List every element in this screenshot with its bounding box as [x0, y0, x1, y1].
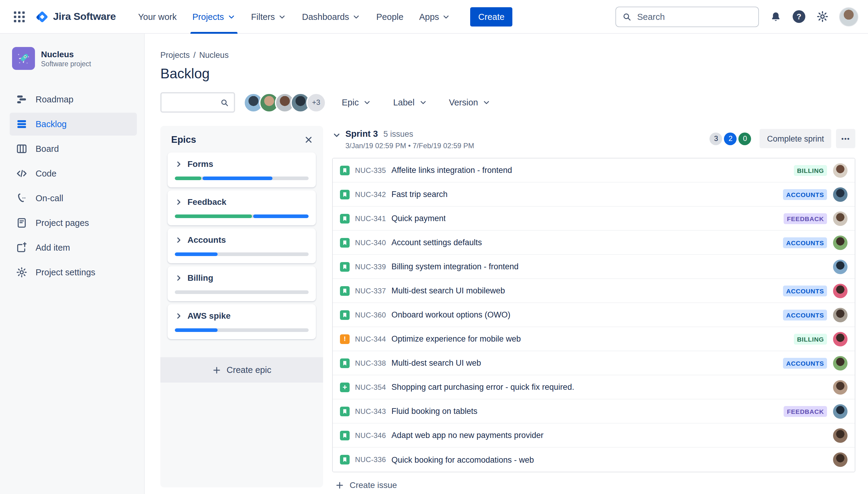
issue-row-nuc-340[interactable]: NUC-340Account settings defaultsACCOUNTS	[333, 231, 855, 255]
complete-sprint-button[interactable]: Complete sprint	[760, 129, 831, 148]
assignee-avatar[interactable]	[833, 404, 848, 418]
backlog-search[interactable]	[160, 92, 235, 113]
sidebar-item-project-settings[interactable]: Project settings	[10, 261, 137, 284]
issue-row-right	[833, 380, 848, 394]
epic-card-forms[interactable]: Forms	[168, 152, 316, 187]
help-icon[interactable]: ?	[793, 10, 805, 23]
issue-row-nuc-343[interactable]: NUC-343Fluid booking on tabletsFEEDBACK	[333, 399, 855, 423]
top-nav-menu: Your workProjectsFiltersDashboardsPeople…	[130, 0, 458, 34]
filter-dropdown-epic[interactable]: Epic	[342, 98, 371, 107]
chevron-right-icon[interactable]	[175, 274, 183, 282]
issue-row-nuc-339[interactable]: NUC-339Billing system integration - fron…	[333, 255, 855, 279]
chevron-right-icon[interactable]	[175, 198, 183, 206]
global-search-input[interactable]	[636, 11, 752, 22]
dropdown-label: Version	[449, 98, 478, 107]
chevron-right-icon[interactable]	[175, 312, 183, 320]
issue-row-nuc-344[interactable]: !NUC-344Optimize experience for mobile w…	[333, 327, 855, 351]
assignee-avatar[interactable]	[833, 356, 848, 370]
story-icon	[340, 189, 350, 199]
epic-card-billing[interactable]: Billing	[168, 266, 316, 301]
sidebar-item-roadmap[interactable]: Roadmap	[10, 88, 137, 111]
board-icon	[16, 143, 28, 155]
issue-title: Billing system integration - frontend	[391, 262, 519, 271]
nav-item-filters[interactable]: Filters	[243, 0, 294, 34]
issue-row-right: ACCOUNTS	[783, 235, 848, 250]
assignee-avatar[interactable]	[833, 235, 848, 250]
pages-icon	[16, 217, 28, 229]
issue-row-nuc-346[interactable]: NUC-346Adapt web app no new payments pro…	[333, 423, 855, 448]
sidebar-item-backlog[interactable]: Backlog	[10, 113, 137, 136]
sidebar-item-board[interactable]: Board	[10, 137, 137, 160]
app-switcher-icon[interactable]	[10, 7, 29, 26]
nav-item-apps[interactable]: Apps	[411, 0, 458, 34]
breadcrumb-nucleus[interactable]: Nucleus	[199, 51, 229, 60]
assignee-avatar[interactable]	[833, 331, 848, 346]
notification-icon[interactable]	[768, 9, 783, 24]
assignee-avatar[interactable]	[833, 211, 848, 226]
nav-item-people[interactable]: People	[368, 0, 411, 34]
project-header[interactable]: Nucleus Software project	[10, 47, 137, 70]
issue-key: NUC-340	[355, 238, 386, 247]
assignee-avatar[interactable]	[833, 163, 848, 177]
assignee-avatar[interactable]	[833, 380, 848, 394]
issue-title: Fluid booking on tablets	[391, 407, 477, 416]
chevron-right-icon[interactable]	[175, 236, 183, 244]
epic-card-aws-spike[interactable]: AWS spike	[168, 304, 316, 339]
sprint-badge-done: 0	[739, 132, 751, 145]
assignee-avatar[interactable]	[833, 283, 848, 298]
issue-row-nuc-342[interactable]: NUC-342Fast trip searchACCOUNTS	[333, 183, 855, 207]
create-issue-button[interactable]: Create issue	[332, 480, 855, 490]
epic-tag-accounts: ACCOUNTS	[783, 189, 827, 200]
chevron-down-icon[interactable]	[332, 131, 341, 140]
assignee-avatar[interactable]	[833, 428, 848, 442]
issue-row-nuc-336[interactable]: NUC-336Quick booking for accomodations -…	[333, 448, 855, 472]
settings-icon[interactable]	[814, 9, 830, 24]
issue-row-right: ACCOUNTS	[783, 283, 848, 298]
global-search[interactable]	[615, 6, 759, 27]
issue-row-right: BILLING	[794, 163, 848, 177]
sprint-issue-count: 5 issues	[383, 130, 413, 138]
story-icon	[340, 310, 350, 320]
filter-dropdown-version[interactable]: Version	[449, 98, 491, 107]
issue-title: Optimize experience for mobile web	[391, 334, 521, 343]
project-name: Nucleus	[41, 50, 91, 59]
epic-card-accounts[interactable]: Accounts	[168, 228, 316, 263]
assignee-avatar[interactable]	[833, 452, 848, 467]
assignee-avatar[interactable]	[833, 259, 848, 274]
issue-row-nuc-354[interactable]: +NUC-354Shopping cart purchasing error -…	[333, 375, 855, 399]
issue-key: NUC-335	[355, 166, 386, 174]
jira-logo[interactable]: Jira Software	[35, 10, 116, 24]
nav-item-dashboards[interactable]: Dashboards	[294, 0, 368, 34]
progress-inprogress-segment	[175, 252, 218, 256]
backlog-search-input[interactable]	[166, 97, 216, 108]
sprint-more-button[interactable]: •••	[836, 129, 855, 148]
issue-row-nuc-338[interactable]: NUC-338Multi-dest search UI webACCOUNTS	[333, 351, 855, 375]
sidebar-item-code[interactable]: Code	[10, 162, 137, 185]
avatar-overflow-chip[interactable]: +3	[306, 93, 326, 112]
page-title: Backlog	[160, 66, 855, 82]
assignee-avatar[interactable]	[833, 307, 848, 322]
create-epic-button[interactable]: Create epic	[160, 357, 323, 383]
issue-title: Shopping cart purchasing error - quick f…	[391, 383, 574, 392]
create-button[interactable]: Create	[470, 7, 512, 26]
close-icon[interactable]	[304, 135, 313, 145]
issue-row-nuc-341[interactable]: NUC-341Quick paymentFEEDBACK	[333, 207, 855, 231]
sidebar-item-project-pages[interactable]: Project pages	[10, 211, 137, 234]
issue-title: Adapt web app no new payments provider	[391, 431, 543, 440]
assignee-avatar[interactable]	[833, 187, 848, 202]
epic-card-feedback[interactable]: Feedback	[168, 190, 316, 225]
breadcrumb-projects[interactable]: Projects	[160, 51, 190, 60]
progress-done-segment	[175, 214, 252, 218]
nav-item-projects[interactable]: Projects	[184, 0, 243, 34]
sidebar-item-on-call[interactable]: On-call	[10, 187, 137, 210]
issue-row-nuc-335[interactable]: NUC-335Affelite links integration - fron…	[333, 158, 855, 183]
user-avatar[interactable]	[839, 7, 858, 26]
issue-title: Multi-dest search UI mobileweb	[391, 286, 505, 295]
filter-dropdown-label[interactable]: Label	[393, 98, 427, 107]
nav-item-your-work[interactable]: Your work	[130, 0, 184, 34]
chevron-right-icon[interactable]	[175, 160, 183, 168]
issue-row-nuc-337[interactable]: NUC-337Multi-dest search UI mobilewebACC…	[333, 279, 855, 303]
issue-row-nuc-360[interactable]: NUC-360Onboard workout options (OWO)ACCO…	[333, 303, 855, 327]
sidebar-item-add-item[interactable]: Add item	[10, 236, 137, 259]
epic-tag-feedback: FEEDBACK	[784, 213, 827, 224]
